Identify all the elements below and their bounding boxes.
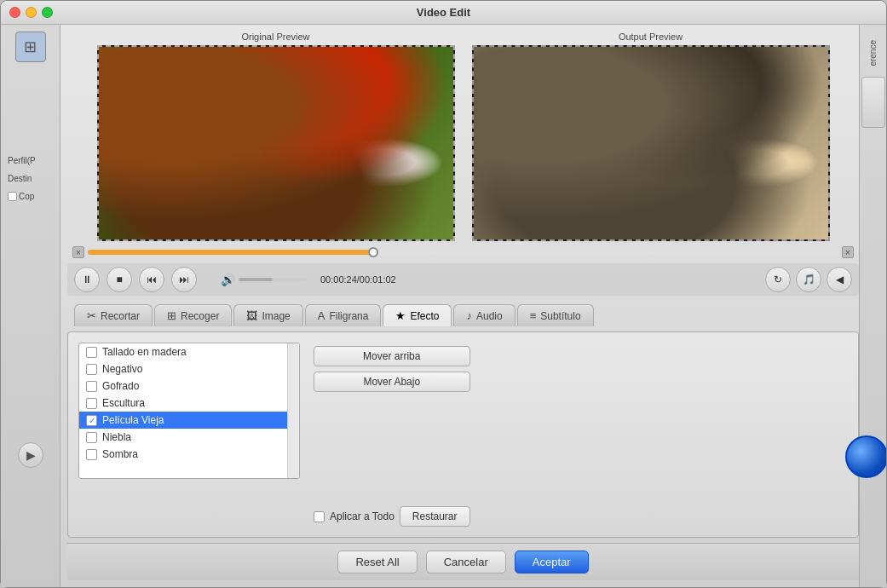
subtitulo-icon: ≡ — [530, 309, 537, 322]
checkbox-sombra[interactable] — [86, 449, 97, 460]
output-preview-section: Output Preview — [472, 32, 830, 241]
timeline-close-left[interactable]: × — [72, 246, 84, 258]
tab-image[interactable]: 🖼 Image — [233, 304, 302, 326]
tab-efecto[interactable]: ★ Efecto — [383, 304, 452, 326]
profile-label: Perfil(P — [4, 154, 39, 167]
crop-button[interactable]: 🎵 — [796, 267, 821, 292]
bottom-bar: Reset All Cancelar Aceptar — [67, 543, 859, 580]
prev-icon: ⏮ — [147, 274, 157, 285]
copy-label: Cop — [19, 192, 34, 201]
move-up-button[interactable]: Mover arriba — [314, 346, 470, 366]
image-icon: 🖼 — [246, 309, 257, 322]
checkbox-gofrado[interactable] — [86, 381, 97, 392]
pause-button[interactable]: ⏸ — [74, 267, 100, 292]
panel-area: Tallado en madera Negativo Gofrado Escul… — [67, 331, 859, 538]
filigrana-icon: A — [318, 309, 325, 322]
apply-all-checkbox[interactable] — [314, 511, 325, 522]
recoger-icon: ⊞ — [167, 309, 176, 322]
timeline-track[interactable] — [88, 250, 838, 255]
prev-button[interactable]: ⏮ — [139, 267, 164, 292]
checkbox-escultura[interactable] — [86, 398, 97, 409]
effect-escultura[interactable]: Escultura — [79, 395, 299, 412]
time-display: 00:00:24/00:01:02 — [320, 274, 396, 285]
output-label: Output Preview — [619, 32, 683, 42]
right-panel-control[interactable] — [861, 77, 885, 128]
controls-row: ⏸ ■ ⏮ ⏭ 🔊 00:00:24/00:01:02 — [67, 263, 859, 296]
audio-tab-icon: ♪ — [466, 309, 472, 322]
window-controls — [9, 7, 53, 18]
next-icon: ⏭ — [179, 274, 189, 285]
audio-icon: ◀ — [836, 274, 844, 285]
stop-button[interactable]: ■ — [107, 267, 132, 292]
preview-row: Original Preview Output Preview — [67, 32, 859, 241]
effect-negativo[interactable]: Negativo — [79, 360, 299, 378]
effect-gofrado[interactable]: Gofrado — [79, 378, 299, 395]
timeline-close-right[interactable]: × — [842, 246, 854, 258]
move-buttons: Mover arriba Mover Abajo — [314, 343, 470, 392]
volume-icon: 🔊 — [221, 273, 235, 286]
original-preview-section: Original Preview — [97, 32, 455, 241]
checkbox-pelicula-vieja[interactable]: ✓ — [86, 415, 97, 426]
accept-button[interactable]: Aceptar — [515, 551, 589, 574]
tab-filigrana-label: Filigrana — [329, 310, 368, 322]
timeline-area: × × — [67, 246, 859, 258]
volume-slider[interactable] — [239, 278, 307, 281]
checkbox-niebla[interactable] — [86, 432, 97, 443]
tab-efecto-label: Efecto — [410, 310, 439, 322]
timeline-thumb[interactable] — [368, 247, 378, 257]
right-sidebar: erence — [859, 25, 886, 587]
effect-sombra[interactable]: Sombra — [79, 446, 299, 463]
effects-scrollbar[interactable] — [287, 343, 299, 478]
destination-label: Destin — [4, 172, 35, 185]
tab-recortar[interactable]: ✂ Recortar — [74, 304, 153, 326]
play-button[interactable]: ▶ — [18, 442, 43, 468]
cancel-button[interactable]: Cancelar — [426, 551, 506, 574]
restore-button[interactable]: Restaurar — [400, 506, 470, 527]
effect-tallado[interactable]: Tallado en madera — [79, 343, 299, 360]
tab-recoger-label: Recoger — [181, 310, 219, 322]
reset-all-button[interactable]: Reset All — [337, 551, 417, 574]
apply-all-row: Aplicar a Todo Restaurar — [314, 455, 470, 527]
stop-icon: ■ — [116, 274, 122, 285]
right-controls: ↻ 🎵 ◀ — [765, 267, 852, 292]
rotate-button[interactable]: ↻ — [765, 267, 791, 292]
tab-recortar-label: Recortar — [101, 310, 140, 322]
rotate-icon: ↻ — [774, 274, 782, 285]
main-window: Video Edit ⊞ Perfil(P Destin Cop ▶ — [0, 0, 887, 588]
tabs-row: ✂ Recortar ⊞ Recoger 🖼 Image A Filigrana… — [67, 301, 859, 326]
recortar-icon: ✂ — [87, 309, 96, 322]
effect-pelicula-vieja[interactable]: ✓ Película Vieja — [79, 412, 299, 429]
next-button[interactable]: ⏭ — [171, 267, 197, 292]
apply-all-label: Aplicar a Todo — [330, 510, 395, 522]
original-preview — [97, 45, 455, 241]
tab-audio-label: Audio — [476, 310, 503, 322]
original-label: Original Preview — [241, 32, 309, 42]
maximize-button[interactable] — [42, 7, 53, 18]
window-title: Video Edit — [417, 6, 470, 19]
efecto-icon: ★ — [395, 309, 406, 322]
titlebar: Video Edit — [1, 1, 886, 25]
reference-label: erence — [868, 40, 878, 66]
close-button[interactable] — [9, 7, 20, 18]
tab-subtitulo-label: Subtítulo — [540, 310, 580, 322]
effects-list[interactable]: Tallado en madera Negativo Gofrado Escul… — [78, 343, 300, 479]
tab-image-label: Image — [262, 310, 290, 322]
checkbox-tallado[interactable] — [86, 347, 97, 358]
output-video-frame — [474, 47, 828, 239]
checkbox-negativo[interactable] — [86, 364, 97, 375]
effect-niebla[interactable]: Niebla — [79, 429, 299, 446]
volume-section: 🔊 — [221, 273, 307, 286]
tab-filigrana[interactable]: A Filigrana — [305, 304, 382, 326]
output-preview — [472, 45, 830, 241]
tab-subtitulo[interactable]: ≡ Subtítulo — [517, 304, 594, 326]
original-video-frame — [99, 47, 453, 239]
minimize-button[interactable] — [26, 7, 37, 18]
audio-button[interactable]: ◀ — [827, 267, 852, 292]
blue-knob[interactable] — [845, 435, 887, 478]
tab-audio[interactable]: ♪ Audio — [453, 304, 515, 326]
move-down-button[interactable]: Mover Abajo — [314, 372, 470, 392]
crop-icon: 🎵 — [803, 274, 815, 285]
pause-icon: ⏸ — [82, 274, 92, 285]
tab-recoger[interactable]: ⊞ Recoger — [154, 304, 232, 326]
